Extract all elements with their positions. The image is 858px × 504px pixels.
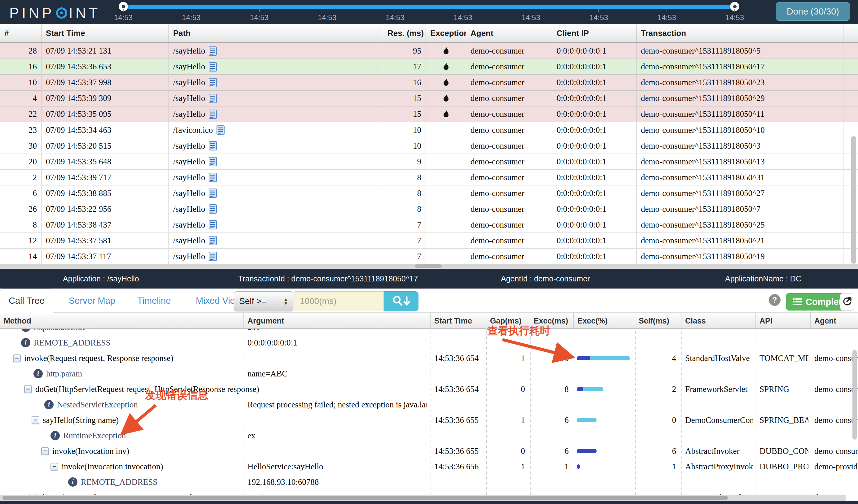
search-icon — [390, 294, 412, 308]
path-detail-icon[interactable] — [209, 220, 217, 229]
cell-client_ip: 0:0:0:0:0:0:0:1 — [552, 185, 637, 201]
calltree-hscrollbar-thumb[interactable] — [2, 495, 728, 500]
collapse-toggle-icon[interactable]: − — [13, 355, 21, 362]
collapse-toggle-icon[interactable]: − — [50, 463, 58, 471]
search-button[interactable] — [384, 291, 418, 311]
hscrollbar-thumb[interactable] — [415, 264, 442, 268]
table-row[interactable]: 807/09 14:53:38 437/sayHello7demo-consum… — [0, 217, 858, 233]
column-divider — [431, 329, 431, 495]
cell-path: /sayHello — [169, 75, 383, 90]
calltree-row[interactable]: iREMOTE_ADDRESS192.168.93.10:60788 — [0, 474, 858, 490]
calltree-row[interactable]: iREMOTE_ADDRESS0:0:0:0:0:0:0:1 — [0, 335, 858, 351]
transaction-hscrollbar[interactable] — [0, 264, 858, 269]
cell-client_ip: 0:0:0:0:0:0:0:1 — [552, 138, 637, 153]
cell-num: 28 — [0, 43, 42, 59]
calltree-row[interactable]: ihttp.paramname=ABC — [0, 366, 858, 381]
cell-res: 10 — [383, 138, 426, 153]
tab-timeline[interactable]: Timeline — [137, 289, 171, 313]
cell-num: 8 — [0, 217, 42, 232]
method-name: http.status.code — [34, 329, 86, 335]
tab-call-tree[interactable]: Call Tree — [0, 289, 53, 313]
collapse-toggle-icon[interactable]: − — [24, 386, 32, 393]
time-range-slider[interactable] — [123, 5, 735, 9]
annotation-arrow-exec — [489, 336, 582, 365]
argument-value: 0:0:0:0:0:0:0:1 — [248, 335, 427, 351]
cell-client_ip: 0:0:0:0:0:0:0:1 — [552, 233, 637, 248]
table-row[interactable]: 2007/09 14:53:35 648/sayHello9demo-consu… — [0, 154, 858, 170]
column-header-transaction[interactable]: Transaction — [637, 24, 843, 43]
calltree-row[interactable]: −invoke(Invocation invocation)HelloServi… — [0, 459, 858, 474]
info-icon: i — [68, 477, 77, 487]
cell-num: 16 — [0, 59, 42, 74]
api-type: DUBBO_CON... — [760, 443, 808, 459]
cell-start: 07/09 14:53:38 437 — [42, 217, 169, 232]
calltree-row[interactable]: ihttp.status.code200 — [0, 329, 858, 335]
table-row[interactable]: 2607/09 14:53:22 956/sayHello8demo-consu… — [0, 201, 858, 217]
info-application-name: ApplicationName : DC — [725, 269, 801, 289]
calltree-row[interactable]: −doGet(HttpServletRequest request, HttpS… — [0, 381, 858, 397]
table-row[interactable]: 2207/09 14:53:35 095/sayHello15demo-cons… — [0, 107, 858, 122]
exception-flame-icon — [442, 63, 450, 71]
path-detail-icon[interactable] — [209, 62, 217, 71]
column-header-client_ip[interactable]: Client IP — [552, 24, 637, 43]
collapse-toggle-icon[interactable]: − — [41, 448, 49, 455]
calltree-row[interactable]: −invoke(Invocation inv)14:53:36 655066Ab… — [0, 443, 858, 459]
path-detail-icon[interactable] — [217, 125, 225, 135]
table-row[interactable]: 1207/09 14:53:37 581/sayHello7demo-consu… — [0, 233, 858, 248]
path-detail-icon[interactable] — [209, 189, 217, 198]
path-detail-icon[interactable] — [209, 110, 217, 119]
open-in-new-window-button[interactable] — [840, 293, 854, 310]
path-detail-icon[interactable] — [209, 78, 217, 87]
calltree-column-starttime: Start Time — [431, 313, 486, 328]
path-detail-icon[interactable] — [209, 236, 217, 245]
done-button[interactable]: Done (30/30) — [776, 2, 850, 21]
column-divider — [756, 329, 757, 495]
cell-transaction: demo-consumer^1531118918050^19 — [637, 248, 843, 264]
cell-client_ip: 0:0:0:0:0:0:0:1 — [552, 154, 637, 169]
table-row[interactable]: 207/09 14:53:39 717/sayHello8demo-consum… — [0, 170, 858, 185]
calltree-vscrollbar-thumb[interactable] — [853, 350, 857, 440]
path-detail-icon[interactable] — [209, 141, 217, 150]
tab-server-map[interactable]: Server Map — [69, 289, 115, 313]
column-header-agent[interactable]: Agent — [466, 24, 552, 43]
table-row[interactable]: 1407/09 14:53:37 117/sayHello7demo-consu… — [0, 248, 858, 264]
start-time: 14:53:36 654 — [434, 381, 482, 397]
gap-ms: 1 — [488, 490, 525, 495]
column-header-res[interactable]: Res. (ms)↓ — [383, 24, 426, 43]
column-header-start[interactable]: Start Time — [42, 24, 169, 43]
table-row[interactable]: 1007/09 14:53:37 998/sayHello16demo-cons… — [0, 75, 858, 91]
cell-transaction: demo-consumer^1531118918050^25 — [637, 217, 843, 232]
calltree-row[interactable]: −doGet(HttpServletRequest request, HttpS… — [0, 490, 858, 495]
cell-client_ip: 0:0:0:0:0:0:0:1 — [552, 122, 637, 138]
path-detail-icon[interactable] — [209, 94, 217, 103]
calltree-row[interactable]: −invoke(Request request, Response respon… — [0, 351, 858, 366]
column-header-path[interactable]: Path — [169, 24, 383, 43]
path-detail-icon[interactable] — [209, 157, 217, 166]
argument-value: ex — [248, 428, 427, 443]
cell-exception — [426, 138, 466, 153]
transaction-vscrollbar-thumb[interactable] — [851, 136, 856, 264]
path-detail-icon[interactable] — [209, 204, 217, 214]
table-row[interactable]: 607/09 14:53:38 885/sayHello8demo-consum… — [0, 185, 858, 201]
table-row[interactable]: 407/09 14:53:39 309/sayHello15demo-consu… — [0, 91, 858, 107]
column-header-num[interactable]: # — [0, 24, 42, 43]
method-name: REMOTE_ADDRESS — [34, 335, 111, 351]
table-row[interactable]: 3007/09 14:53:20 515/sayHello10demo-cons… — [0, 138, 858, 154]
help-icon[interactable]: ? — [769, 294, 781, 306]
table-row[interactable]: 2307/09 14:53:34 463/favicon.ico10demo-c… — [0, 122, 858, 138]
column-header-exception[interactable]: Exception — [426, 24, 466, 43]
table-row[interactable]: 2807/09 14:53:21 131/sayHello95demo-cons… — [0, 43, 858, 59]
cell-exception — [426, 170, 466, 185]
path-detail-icon[interactable] — [209, 252, 217, 261]
calltree-hscrollbar[interactable] — [0, 495, 846, 501]
argument-value: name=ABC — [248, 366, 427, 381]
cell-exception — [426, 91, 466, 106]
path-detail-icon[interactable] — [209, 46, 217, 56]
ms-threshold-input[interactable] — [295, 291, 384, 311]
cell-exception — [426, 217, 466, 232]
cell-start: 07/09 14:53:36 653 — [42, 59, 169, 74]
collapse-toggle-icon[interactable]: − — [32, 417, 39, 424]
path-detail-icon[interactable] — [209, 173, 217, 182]
table-row[interactable]: 1607/09 14:53:36 653/sayHello17demo-cons… — [0, 59, 858, 75]
self-filter-select[interactable]: Self >= ▲▼ — [234, 291, 293, 311]
